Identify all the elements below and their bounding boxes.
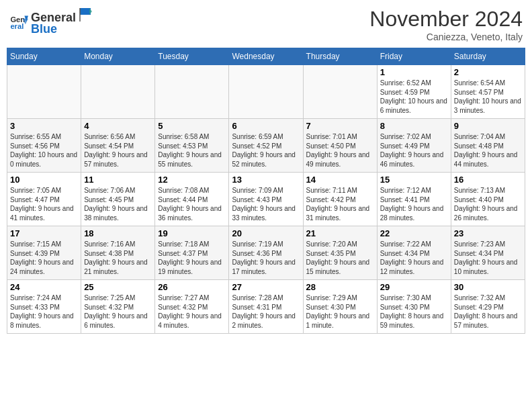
calendar-cell: 8Sunrise: 7:02 AM Sunset: 4:49 PM Daylig… bbox=[377, 119, 451, 173]
weekday-header-cell: Thursday bbox=[303, 48, 377, 65]
calendar-cell bbox=[155, 65, 229, 119]
day-number: 21 bbox=[306, 228, 374, 238]
day-info: Sunrise: 7:12 AM Sunset: 4:41 PM Dayligh… bbox=[380, 186, 448, 222]
calendar-cell: 27Sunrise: 7:28 AM Sunset: 4:31 PM Dayli… bbox=[229, 280, 303, 334]
day-number: 29 bbox=[380, 282, 448, 292]
title-section: November 2024 Caniezza, Veneto, Italy bbox=[369, 7, 523, 42]
day-number: 16 bbox=[454, 175, 522, 185]
day-number: 5 bbox=[158, 121, 226, 131]
day-info: Sunrise: 6:54 AM Sunset: 4:57 PM Dayligh… bbox=[454, 79, 522, 115]
day-number: 20 bbox=[232, 228, 300, 238]
calendar-cell: 23Sunrise: 7:23 AM Sunset: 4:34 PM Dayli… bbox=[451, 226, 525, 280]
calendar-cell: 18Sunrise: 7:16 AM Sunset: 4:38 PM Dayli… bbox=[81, 226, 155, 280]
calendar-cell bbox=[81, 65, 155, 119]
calendar-week-row: 10Sunrise: 7:05 AM Sunset: 4:47 PM Dayli… bbox=[7, 173, 525, 226]
calendar-cell: 9Sunrise: 7:04 AM Sunset: 4:48 PM Daylig… bbox=[451, 119, 525, 173]
day-number: 22 bbox=[380, 228, 448, 238]
day-info: Sunrise: 7:16 AM Sunset: 4:38 PM Dayligh… bbox=[84, 240, 152, 276]
weekday-header-cell: Friday bbox=[377, 48, 451, 65]
calendar-cell: 24Sunrise: 7:24 AM Sunset: 4:33 PM Dayli… bbox=[7, 280, 81, 334]
day-info: Sunrise: 6:55 AM Sunset: 4:56 PM Dayligh… bbox=[10, 132, 78, 169]
calendar-cell: 4Sunrise: 6:56 AM Sunset: 4:54 PM Daylig… bbox=[81, 119, 155, 173]
weekday-header-cell: Tuesday bbox=[155, 48, 229, 65]
svg-text:eral: eral bbox=[10, 22, 24, 30]
day-number: 24 bbox=[10, 282, 78, 292]
day-number: 3 bbox=[10, 121, 78, 131]
logo-flag-icon bbox=[77, 7, 92, 21]
day-number: 8 bbox=[380, 121, 448, 131]
calendar-table: SundayMondayTuesdayWednesdayThursdayFrid… bbox=[7, 48, 525, 334]
svg-marker-4 bbox=[80, 8, 91, 15]
calendar-cell: 7Sunrise: 7:01 AM Sunset: 4:50 PM Daylig… bbox=[303, 119, 377, 173]
weekday-header-cell: Wednesday bbox=[229, 48, 303, 65]
day-info: Sunrise: 7:02 AM Sunset: 4:49 PM Dayligh… bbox=[380, 132, 448, 169]
day-info: Sunrise: 7:13 AM Sunset: 4:40 PM Dayligh… bbox=[454, 186, 522, 222]
day-info: Sunrise: 7:20 AM Sunset: 4:35 PM Dayligh… bbox=[306, 240, 374, 276]
weekday-header-cell: Monday bbox=[81, 48, 155, 65]
calendar-cell: 16Sunrise: 7:13 AM Sunset: 4:40 PM Dayli… bbox=[451, 173, 525, 226]
day-info: Sunrise: 7:32 AM Sunset: 4:29 PM Dayligh… bbox=[454, 293, 522, 330]
day-info: Sunrise: 7:05 AM Sunset: 4:47 PM Dayligh… bbox=[10, 186, 78, 222]
calendar-cell: 3Sunrise: 6:55 AM Sunset: 4:56 PM Daylig… bbox=[7, 119, 81, 173]
day-info: Sunrise: 6:56 AM Sunset: 4:54 PM Dayligh… bbox=[84, 132, 152, 169]
day-info: Sunrise: 7:30 AM Sunset: 4:30 PM Dayligh… bbox=[380, 293, 448, 330]
calendar-cell: 20Sunrise: 7:19 AM Sunset: 4:36 PM Dayli… bbox=[229, 226, 303, 280]
logo: Gen eral General Blue bbox=[9, 7, 92, 36]
month-title: November 2024 bbox=[369, 7, 523, 32]
day-number: 18 bbox=[84, 228, 152, 238]
location: Caniezza, Veneto, Italy bbox=[369, 32, 523, 42]
day-info: Sunrise: 7:23 AM Sunset: 4:34 PM Dayligh… bbox=[454, 240, 522, 276]
calendar-cell: 14Sunrise: 7:11 AM Sunset: 4:42 PM Dayli… bbox=[303, 173, 377, 226]
day-info: Sunrise: 7:18 AM Sunset: 4:37 PM Dayligh… bbox=[158, 240, 226, 276]
day-number: 2 bbox=[454, 67, 522, 77]
day-info: Sunrise: 7:24 AM Sunset: 4:33 PM Dayligh… bbox=[10, 293, 78, 330]
weekday-header-cell: Sunday bbox=[7, 48, 81, 65]
calendar-cell: 15Sunrise: 7:12 AM Sunset: 4:41 PM Dayli… bbox=[377, 173, 451, 226]
calendar-cell: 13Sunrise: 7:09 AM Sunset: 4:43 PM Dayli… bbox=[229, 173, 303, 226]
calendar-cell: 25Sunrise: 7:25 AM Sunset: 4:32 PM Dayli… bbox=[81, 280, 155, 334]
calendar-cell: 12Sunrise: 7:08 AM Sunset: 4:44 PM Dayli… bbox=[155, 173, 229, 226]
calendar-body: 1Sunrise: 6:52 AM Sunset: 4:59 PM Daylig… bbox=[7, 65, 525, 334]
day-info: Sunrise: 7:19 AM Sunset: 4:36 PM Dayligh… bbox=[232, 240, 300, 276]
calendar-week-row: 24Sunrise: 7:24 AM Sunset: 4:33 PM Dayli… bbox=[7, 280, 525, 334]
day-info: Sunrise: 7:28 AM Sunset: 4:31 PM Dayligh… bbox=[232, 293, 300, 330]
logo-icon: Gen eral bbox=[9, 12, 28, 31]
calendar-cell: 5Sunrise: 6:58 AM Sunset: 4:53 PM Daylig… bbox=[155, 119, 229, 173]
day-info: Sunrise: 7:29 AM Sunset: 4:30 PM Dayligh… bbox=[306, 293, 374, 330]
calendar-cell: 30Sunrise: 7:32 AM Sunset: 4:29 PM Dayli… bbox=[451, 280, 525, 334]
day-number: 7 bbox=[306, 121, 374, 131]
calendar-cell: 22Sunrise: 7:22 AM Sunset: 4:34 PM Dayli… bbox=[377, 226, 451, 280]
day-number: 26 bbox=[158, 282, 226, 292]
calendar-cell bbox=[7, 65, 81, 119]
day-info: Sunrise: 7:08 AM Sunset: 4:44 PM Dayligh… bbox=[158, 186, 226, 222]
calendar-cell: 21Sunrise: 7:20 AM Sunset: 4:35 PM Dayli… bbox=[303, 226, 377, 280]
day-number: 13 bbox=[232, 175, 300, 185]
day-number: 15 bbox=[380, 175, 448, 185]
day-info: Sunrise: 7:22 AM Sunset: 4:34 PM Dayligh… bbox=[380, 240, 448, 276]
calendar-cell: 2Sunrise: 6:54 AM Sunset: 4:57 PM Daylig… bbox=[451, 65, 525, 119]
calendar-cell: 17Sunrise: 7:15 AM Sunset: 4:39 PM Dayli… bbox=[7, 226, 81, 280]
calendar-cell: 29Sunrise: 7:30 AM Sunset: 4:30 PM Dayli… bbox=[377, 280, 451, 334]
weekday-header-cell: Saturday bbox=[451, 48, 525, 65]
day-info: Sunrise: 7:15 AM Sunset: 4:39 PM Dayligh… bbox=[10, 240, 78, 276]
day-number: 4 bbox=[84, 121, 152, 131]
day-number: 28 bbox=[306, 282, 374, 292]
day-number: 1 bbox=[380, 67, 448, 77]
day-number: 19 bbox=[158, 228, 226, 238]
day-info: Sunrise: 7:11 AM Sunset: 4:42 PM Dayligh… bbox=[306, 186, 374, 222]
day-number: 10 bbox=[10, 175, 78, 185]
day-info: Sunrise: 7:01 AM Sunset: 4:50 PM Dayligh… bbox=[306, 132, 374, 169]
page-header: Gen eral General Blue November 2024 Cani… bbox=[7, 7, 525, 42]
day-number: 23 bbox=[454, 228, 522, 238]
calendar-week-row: 3Sunrise: 6:55 AM Sunset: 4:56 PM Daylig… bbox=[7, 119, 525, 173]
calendar-cell: 28Sunrise: 7:29 AM Sunset: 4:30 PM Dayli… bbox=[303, 280, 377, 334]
day-info: Sunrise: 7:27 AM Sunset: 4:32 PM Dayligh… bbox=[158, 293, 226, 330]
day-info: Sunrise: 6:58 AM Sunset: 4:53 PM Dayligh… bbox=[158, 132, 226, 169]
day-info: Sunrise: 7:25 AM Sunset: 4:32 PM Dayligh… bbox=[84, 293, 152, 330]
day-info: Sunrise: 6:59 AM Sunset: 4:52 PM Dayligh… bbox=[232, 132, 300, 169]
calendar-cell: 6Sunrise: 6:59 AM Sunset: 4:52 PM Daylig… bbox=[229, 119, 303, 173]
day-number: 25 bbox=[84, 282, 152, 292]
calendar-cell bbox=[303, 65, 377, 119]
day-info: Sunrise: 7:06 AM Sunset: 4:45 PM Dayligh… bbox=[84, 186, 152, 222]
day-number: 12 bbox=[158, 175, 226, 185]
